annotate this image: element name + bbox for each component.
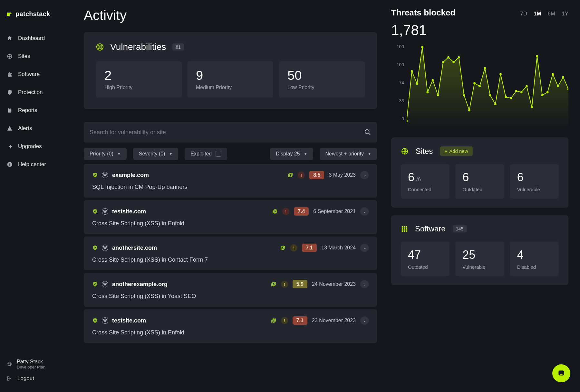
sidebar-item-software[interactable]: Software — [6, 67, 84, 82]
filter-sort[interactable]: Newest + priority ▼ — [320, 148, 377, 160]
sites-stat-box[interactable]: 6 Vulnerable — [510, 164, 559, 199]
sites-stat-box[interactable]: 6 Outdated — [455, 164, 504, 199]
svg-point-43 — [557, 85, 559, 87]
wordpress-icon: W — [102, 317, 108, 324]
home-icon — [6, 35, 13, 42]
sidebar-item-alerts[interactable]: Alerts — [6, 121, 84, 136]
software-card: Software 145 47 Outdated 25 Vulnerable 4… — [391, 215, 568, 285]
threats-title: Threats blocked — [391, 8, 455, 18]
sidebar-item-dashboard[interactable]: Dashboard — [6, 31, 84, 46]
filter-priority[interactable]: Priority (0) ▼ — [84, 148, 127, 160]
refresh-icon[interactable] — [280, 245, 286, 251]
svg-point-44 — [562, 76, 564, 78]
filter-label: Severity (0) — [139, 151, 165, 157]
search-input[interactable] — [90, 129, 364, 136]
sidebar-item-sites[interactable]: Sites — [6, 49, 84, 64]
refresh-icon[interactable] — [271, 281, 276, 287]
site-name: testsite.com — [112, 317, 146, 324]
gear-icon — [6, 361, 12, 367]
checkbox-icon[interactable] — [216, 151, 221, 157]
refresh-icon[interactable] — [271, 318, 276, 323]
add-site-button[interactable]: + Add new — [440, 146, 472, 156]
svg-rect-6 — [9, 108, 11, 109]
site-name: example.com — [112, 172, 149, 179]
sites-title: Sites — [416, 147, 433, 156]
stat-label: Vulnerable — [517, 187, 552, 192]
svg-rect-53 — [402, 230, 403, 232]
intercom-button[interactable] — [552, 364, 570, 382]
vulnerability-row[interactable]: W testsite.com ! 7.4 6 September 2021 ⌄ … — [84, 200, 377, 234]
shield-check-icon — [92, 172, 98, 178]
extension-icon — [6, 143, 13, 150]
range-tab-7D[interactable]: 7D — [520, 11, 527, 17]
svg-point-27 — [473, 82, 476, 84]
vulnerability-row[interactable]: W testsite.com ! 7.1 23 November 2023 ⌄ … — [84, 309, 377, 343]
stat-label: Medium Priority — [196, 85, 265, 90]
wordpress-icon: W — [102, 281, 108, 287]
range-tab-6M[interactable]: 6M — [548, 11, 556, 17]
refresh-icon[interactable] — [272, 209, 278, 214]
filter-display[interactable]: Display 25 ▼ — [270, 148, 313, 160]
severity-score: 7.1 — [302, 244, 317, 252]
software-count-badge: 145 — [453, 225, 467, 232]
svg-point-17 — [421, 46, 423, 48]
expand-button[interactable]: ⌄ — [360, 280, 369, 288]
expand-button[interactable]: ⌄ — [360, 171, 369, 179]
svg-point-15 — [411, 70, 413, 72]
puzzle-icon — [6, 71, 13, 78]
globe-icon — [6, 53, 13, 60]
stat-box[interactable]: 50 Low Priority — [279, 61, 365, 98]
vulnerability-row[interactable]: W anotherexample.org ! 5.9 24 November 2… — [84, 273, 377, 307]
svg-rect-3 — [9, 14, 10, 16]
sites-stat-box[interactable]: 6/6 Connected — [401, 164, 450, 199]
svg-rect-50 — [402, 228, 403, 230]
vuln-title: Vulnerabilities — [110, 42, 166, 52]
logo[interactable]: patchstack — [6, 10, 84, 18]
range-tab-1Y[interactable]: 1Y — [562, 11, 568, 17]
software-stat-box[interactable]: 47 Outdated — [401, 242, 450, 276]
software-title: Software — [415, 224, 446, 233]
shield-check-icon — [92, 245, 98, 251]
filter-label: Newest + priority — [325, 151, 364, 157]
sidebar-item-label: Software — [18, 71, 40, 78]
filter-exploited[interactable]: Exploited — [185, 148, 227, 160]
svg-point-24 — [458, 56, 460, 59]
expand-button[interactable]: ⌄ — [360, 244, 369, 252]
svg-point-25 — [463, 94, 465, 96]
alert-icon: ! — [282, 208, 289, 215]
software-stat-box[interactable]: 25 Vulnerable — [455, 242, 504, 276]
software-stat-box[interactable]: 4 Disabled — [510, 242, 559, 276]
search-box[interactable] — [84, 122, 377, 143]
sidebar-item-upgrades[interactable]: Upgrades — [6, 139, 84, 154]
wordpress-icon: W — [102, 208, 108, 215]
stat-box[interactable]: 9 Medium Priority — [188, 61, 273, 98]
page-title: Activity — [84, 8, 377, 23]
stat-number: 6/6 — [408, 171, 442, 184]
severity-score: 8.5 — [309, 171, 324, 179]
range-tab-1M[interactable]: 1M — [534, 11, 541, 17]
sidebar-item-help[interactable]: Help center — [6, 157, 84, 172]
expand-button[interactable]: ⌄ — [360, 316, 369, 325]
svg-point-32 — [499, 73, 502, 75]
sidebar-item-reports[interactable]: Reports — [6, 103, 84, 118]
user-menu[interactable]: Patty Stack Developer Plan — [6, 359, 77, 369]
stat-number: 50 — [287, 68, 356, 83]
stat-box[interactable]: 2 High Priority — [96, 61, 182, 98]
svg-point-29 — [484, 67, 486, 69]
svg-rect-55 — [406, 230, 408, 232]
vulnerability-row[interactable]: W example.com ! 8.5 3 May 2023 ⌄ SQL Inj… — [84, 164, 377, 198]
refresh-icon[interactable] — [287, 172, 293, 178]
logout-icon — [6, 376, 12, 381]
svg-point-20 — [437, 94, 439, 96]
logout-button[interactable]: Logout — [6, 375, 77, 382]
filter-severity[interactable]: Severity (0) ▼ — [133, 148, 179, 160]
severity-score: 5.9 — [293, 280, 307, 288]
svg-point-22 — [447, 56, 450, 59]
sidebar-item-label: Help center — [18, 161, 46, 168]
vulnerability-row[interactable]: W anothersite.com ! 7.1 13 March 2024 ⌄ … — [84, 237, 377, 270]
sidebar-item-protection[interactable]: Protection — [6, 85, 84, 100]
chevron-down-icon: ▼ — [304, 152, 307, 156]
expand-button[interactable]: ⌄ — [360, 207, 369, 216]
svg-rect-52 — [406, 228, 408, 230]
alert-icon: ! — [281, 281, 288, 288]
